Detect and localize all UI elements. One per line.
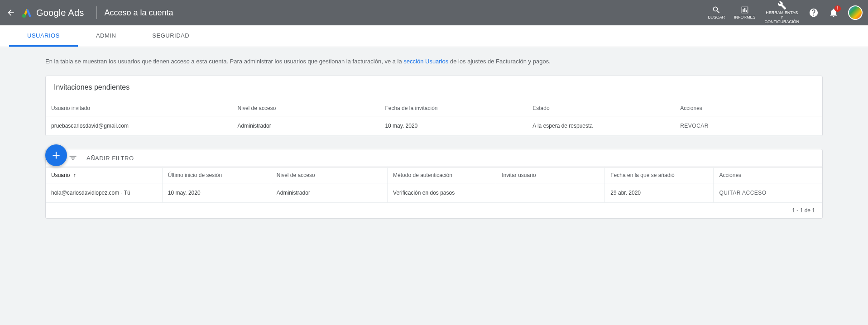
svg-rect-1 — [743, 9, 744, 12]
plus-icon — [50, 149, 62, 161]
reports-icon — [740, 5, 749, 14]
help-icon[interactable] — [808, 7, 819, 18]
notifications-badge: ! — [834, 5, 841, 12]
svg-rect-3 — [746, 10, 747, 12]
page-title: Acceso a la cuenta — [104, 8, 173, 18]
users-section: AÑADIR FILTRO Usuario ↑ Último inicio de… — [45, 149, 823, 219]
added-cell: 29 abr. 2020 — [605, 183, 714, 203]
search-label: BUSCAR — [708, 15, 725, 20]
pending-level: Administrador — [232, 116, 380, 136]
pending-date: 10 may. 2020 — [379, 116, 527, 136]
filter-bar: AÑADIR FILTRO — [45, 149, 823, 167]
invite-cell — [496, 183, 605, 203]
intro-after: de los ajustes de Facturación y pagos. — [448, 58, 550, 65]
col-user-label: Usuario — [51, 172, 70, 178]
level-cell: Administrador — [271, 183, 387, 203]
google-ads-icon — [22, 7, 33, 18]
avatar[interactable] — [848, 5, 863, 20]
users-table: Usuario ↑ Último inicio de sesión Nivel … — [46, 167, 822, 203]
col-user[interactable]: Usuario ↑ — [46, 167, 162, 183]
table-footer: 1 - 1 de 1 — [46, 203, 822, 218]
intro-before: En la tabla se muestran los usuarios que… — [45, 58, 403, 65]
product-logo[interactable]: Google Ads — [22, 7, 84, 18]
tab-admin[interactable]: ADMIN — [78, 25, 134, 47]
pending-invitations-table: Usuario invitado Nivel de acceso Fecha d… — [46, 100, 822, 136]
pending-user: pruebascarlosdavid@gmail.com — [46, 116, 232, 136]
svg-point-0 — [22, 14, 26, 18]
header-divider — [96, 6, 97, 19]
col-state[interactable]: Estado — [527, 100, 675, 116]
pending-invitations-card: Invitaciones pendientes Usuario invitado… — [45, 76, 823, 136]
pending-state: A la espera de respuesta — [527, 116, 675, 136]
user-row[interactable]: hola@carlosdavidlopez.com - Tú 10 may. 2… — [46, 183, 822, 203]
pending-card-title: Invitaciones pendientes — [53, 83, 815, 91]
col-invite[interactable]: Invitar usuario — [496, 167, 605, 183]
users-table-wrap: Usuario ↑ Último inicio de sesión Nivel … — [45, 167, 823, 219]
col-access-level[interactable]: Nivel de acceso — [232, 100, 380, 116]
svg-rect-2 — [744, 8, 745, 12]
col-invited-user[interactable]: Usuario invitado — [46, 100, 232, 116]
filter-icon[interactable] — [68, 153, 77, 162]
col-level[interactable]: Nivel de acceso — [271, 167, 387, 183]
tools-label-3: CONFIGURACIÓN — [765, 20, 800, 24]
col-user-actions: Acciones — [714, 167, 822, 183]
tabs-bar: USUARIOS ADMIN SEGURIDAD — [0, 25, 868, 47]
col-added[interactable]: Fecha en la que se añadió — [605, 167, 714, 183]
product-name: Google Ads — [36, 8, 84, 18]
user-cell: hola@carlosdavidlopez.com - Tú — [46, 183, 162, 203]
add-user-fab[interactable] — [45, 144, 67, 166]
notifications-icon[interactable]: ! — [828, 7, 839, 18]
col-last-login[interactable]: Último inicio de sesión — [162, 167, 271, 183]
pending-row[interactable]: pruebascarlosdavid@gmail.com Administrad… — [46, 116, 822, 136]
add-filter-button[interactable]: AÑADIR FILTRO — [86, 155, 134, 162]
header-actions: BUSCAR INFORMES HERRAMIENTAS Y CONFIGURA… — [708, 1, 863, 24]
intro-link[interactable]: sección Usuarios — [403, 58, 448, 65]
search-action[interactable]: BUSCAR — [708, 5, 725, 20]
tab-security[interactable]: SEGURIDAD — [134, 25, 207, 47]
sort-arrow-up-icon: ↑ — [73, 172, 76, 178]
intro-text: En la tabla se muestran los usuarios que… — [45, 58, 823, 65]
tools-action[interactable]: HERRAMIENTAS Y CONFIGURACIÓN — [765, 1, 800, 24]
remove-access-button[interactable]: QUITAR ACCESO — [719, 190, 766, 196]
reports-label: INFORMES — [734, 15, 756, 20]
tab-users[interactable]: USUARIOS — [9, 25, 78, 47]
search-icon — [712, 5, 721, 14]
auth-cell: Verificación en dos pasos — [388, 183, 496, 203]
col-actions: Acciones — [675, 100, 822, 116]
revoke-button[interactable]: REVOCAR — [680, 123, 709, 129]
content-area: En la tabla se muestran los usuarios que… — [0, 47, 868, 237]
last-login-cell: 10 may. 2020 — [162, 183, 271, 203]
reports-action[interactable]: INFORMES — [734, 5, 756, 20]
tools-icon — [777, 1, 786, 10]
back-arrow-icon[interactable] — [5, 7, 16, 18]
col-auth[interactable]: Método de autenticación — [388, 167, 496, 183]
col-invite-date[interactable]: Fecha de la invitación — [379, 100, 527, 116]
app-header: Google Ads Acceso a la cuenta BUSCAR INF… — [0, 0, 868, 25]
